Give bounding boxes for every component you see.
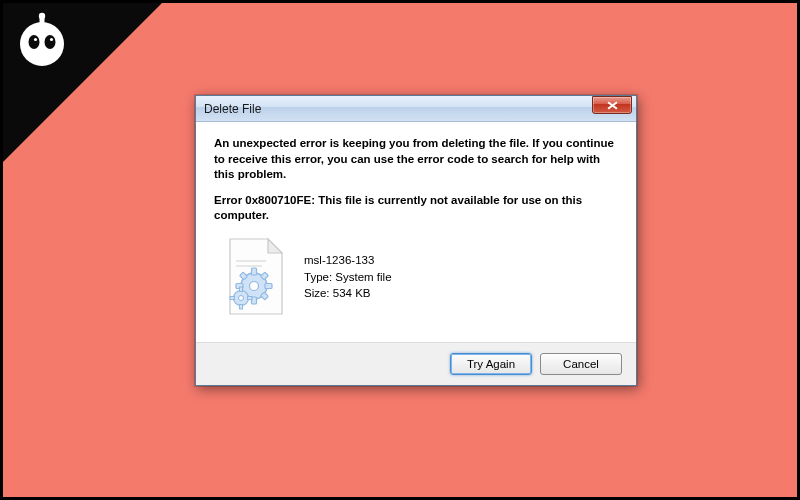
svg-rect-7 <box>236 260 266 262</box>
svg-rect-23 <box>230 296 235 299</box>
svg-point-6 <box>50 38 53 41</box>
svg-point-10 <box>250 281 259 290</box>
svg-rect-22 <box>240 304 243 309</box>
svg-rect-21 <box>240 287 243 292</box>
error-message-primary: An unexpected error is keeping you from … <box>214 136 618 183</box>
delete-file-dialog: Delete File An unexpected error is keepi… <box>195 95 637 386</box>
titlebar[interactable]: Delete File <box>196 96 636 122</box>
close-button[interactable] <box>592 96 632 114</box>
svg-point-0 <box>20 22 64 66</box>
dialog-footer: Try Again Cancel <box>196 342 636 385</box>
file-type: Type: System file <box>304 269 392 285</box>
svg-rect-11 <box>252 268 257 275</box>
dialog-title: Delete File <box>204 102 632 116</box>
svg-rect-8 <box>236 265 262 267</box>
file-size: Size: 534 KB <box>304 285 392 301</box>
file-details: msl-1236-133 Type: System file Size: 534… <box>304 252 392 300</box>
error-message-code: Error 0x800710FE: This file is currently… <box>214 193 618 224</box>
system-file-icon <box>224 236 288 318</box>
svg-point-20 <box>239 295 244 300</box>
dialog-body: An unexpected error is keeping you from … <box>196 122 636 342</box>
svg-point-4 <box>45 35 56 49</box>
robot-logo <box>14 12 70 68</box>
svg-point-2 <box>39 13 45 19</box>
file-name: msl-1236-133 <box>304 252 392 268</box>
try-again-button[interactable]: Try Again <box>450 353 532 375</box>
svg-rect-24 <box>248 296 253 299</box>
close-icon <box>607 96 618 114</box>
svg-point-3 <box>29 35 40 49</box>
file-info-row: msl-1236-133 Type: System file Size: 534… <box>214 224 618 338</box>
cancel-button[interactable]: Cancel <box>540 353 622 375</box>
svg-point-5 <box>34 38 37 41</box>
svg-rect-14 <box>265 283 272 288</box>
